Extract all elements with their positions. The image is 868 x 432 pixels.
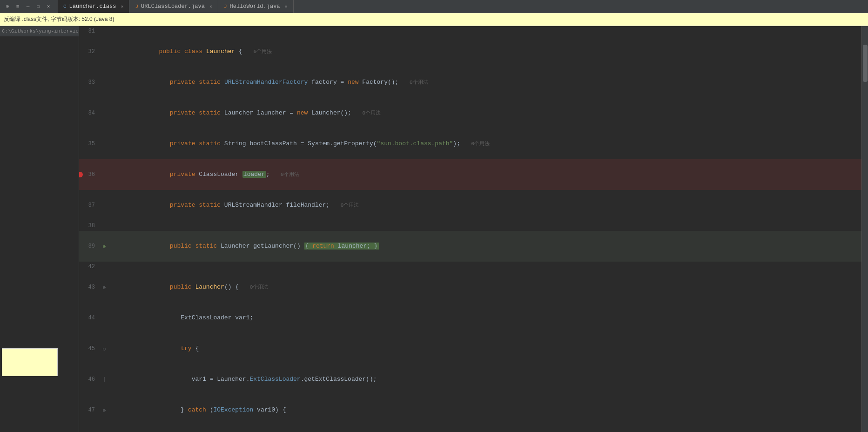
code-36: private ClassLoader loader; 0个用法 bbox=[110, 159, 861, 190]
code-35: private static String bootClassPath = Sy… bbox=[110, 128, 861, 159]
line-38: 38 bbox=[79, 221, 861, 231]
line-number: 33 bbox=[79, 79, 99, 86]
code-45: try { bbox=[110, 333, 861, 364]
tab-urlclassloader[interactable]: J URLClassLoader.java ✕ bbox=[129, 0, 218, 13]
line-35: 35 private static String bootClassPath =… bbox=[79, 128, 861, 159]
line-number: 35 bbox=[79, 141, 99, 147]
tab-close-button[interactable]: ✕ bbox=[209, 4, 212, 9]
class-file-icon: C bbox=[63, 4, 67, 9]
line-45: 45 ⊖ try { bbox=[79, 333, 861, 364]
line-46: 46 | var1 = Launcher.ExtClassLoader.getE… bbox=[79, 364, 861, 395]
line-47: 47 ⊖ } catch (IOException var10) { bbox=[79, 395, 861, 425]
gutter-43: ⊖ bbox=[99, 284, 110, 290]
line-33: 33 private static URLStreamHandlerFactor… bbox=[79, 67, 861, 98]
line-number: 31 bbox=[79, 28, 99, 34]
line-number: 32 bbox=[79, 48, 99, 55]
line-34: 34 private static Launcher launcher = ne… bbox=[79, 98, 861, 128]
code-47: } catch (IOException var10) { bbox=[110, 395, 861, 425]
window-controls[interactable]: ⊙ ≡ — ☐ ✕ bbox=[4, 3, 52, 10]
code-39: public static Launcher getLauncher() { r… bbox=[110, 231, 861, 262]
code-33: private static URLStreamHandlerFactory f… bbox=[110, 67, 861, 98]
line-number: 44 bbox=[79, 315, 99, 321]
title-bar: ⊙ ≡ — ☐ ✕ C Launcher.class ✕ J URLClassL… bbox=[0, 0, 868, 13]
left-panel: C:\GitWorks\yang-interview bbox=[0, 26, 79, 432]
line-31: 31 bbox=[79, 26, 861, 36]
vertical-scrollbar[interactable] bbox=[861, 26, 868, 432]
breakpoint-dot bbox=[79, 172, 83, 177]
line-number: 38 bbox=[79, 223, 99, 229]
line-number: 42 bbox=[79, 263, 99, 270]
tab-bar: C Launcher.class ✕ J URLClassLoader.java… bbox=[58, 0, 294, 13]
line-number: 36 bbox=[79, 171, 99, 178]
line-number: 45 bbox=[79, 345, 99, 352]
editor: C:\GitWorks\yang-interview 31 32 public … bbox=[0, 26, 868, 432]
breadcrumb-text: C:\GitWorks\yang-interview bbox=[2, 28, 79, 34]
info-text: 反编译 .class文件, 字节码版本: 52.0 (Java 8) bbox=[4, 15, 114, 23]
close-icon[interactable]: ✕ bbox=[45, 3, 52, 10]
line-48: 48 | throw new InternalError( message: "… bbox=[79, 425, 861, 432]
line-42: 42 bbox=[79, 262, 861, 272]
code-43: public Launcher() { 0个用法 bbox=[110, 272, 861, 303]
code-32: public class Launcher { 6个用法 bbox=[110, 36, 861, 67]
line-36: 36 private ClassLoader loader; 0个用法 bbox=[79, 159, 861, 190]
lines-container: 31 32 public class Launcher { 6个用法 33 pr… bbox=[79, 26, 861, 432]
line-number: 43 bbox=[79, 284, 99, 290]
code-48: throw new InternalError( message: "Could… bbox=[110, 425, 861, 432]
maximize-icon[interactable]: ☐ bbox=[34, 3, 42, 10]
sticky-note bbox=[2, 348, 58, 376]
line-number: 37 bbox=[79, 202, 99, 209]
code-area[interactable]: 31 32 public class Launcher { 6个用法 33 pr… bbox=[79, 26, 861, 432]
breadcrumb: C:\GitWorks\yang-interview bbox=[0, 26, 79, 36]
line-39: 39 ⊕ public static Launcher getLauncher(… bbox=[79, 231, 861, 262]
menu-icon[interactable]: ⊙ bbox=[4, 3, 11, 10]
code-37: private static URLStreamHandler fileHand… bbox=[110, 190, 861, 221]
line-32: 32 public class Launcher { 6个用法 bbox=[79, 36, 861, 67]
gutter-47: ⊖ bbox=[99, 407, 110, 413]
tab-launcher-class[interactable]: C Launcher.class ✕ bbox=[58, 0, 129, 13]
line-44: 44 ExtClassLoader var1; bbox=[79, 303, 861, 333]
line-number: 47 bbox=[79, 407, 99, 413]
line-number: 39 bbox=[79, 243, 99, 250]
list-icon[interactable]: ≡ bbox=[14, 3, 21, 10]
code-44: ExtClassLoader var1; bbox=[110, 303, 861, 333]
tab-label: Launcher.class bbox=[69, 3, 116, 10]
info-bar: 反编译 .class文件, 字节码版本: 52.0 (Java 8) bbox=[0, 13, 868, 26]
tab-helloworld[interactable]: J HelloWorld.java ✕ bbox=[218, 0, 294, 13]
tab-close-button[interactable]: ✕ bbox=[121, 4, 123, 9]
gutter-46: | bbox=[99, 377, 110, 382]
line-number: 34 bbox=[79, 110, 99, 116]
java-file-icon: J bbox=[224, 4, 227, 9]
line-43: 43 ⊖ public Launcher() { 0个用法 bbox=[79, 272, 861, 303]
gutter-45: ⊖ bbox=[99, 346, 110, 352]
tab-close-button[interactable]: ✕ bbox=[285, 4, 288, 9]
java-file-icon: J bbox=[135, 4, 138, 9]
tab-label: URLClassLoader.java bbox=[141, 3, 205, 10]
code-34: private static Launcher launcher = new L… bbox=[110, 98, 861, 128]
scrollbar-thumb[interactable] bbox=[863, 45, 868, 82]
line-37: 37 private static URLStreamHandler fileH… bbox=[79, 190, 861, 221]
gutter-39: ⊕ bbox=[99, 243, 110, 250]
code-46: var1 = Launcher.ExtClassLoader.getExtCla… bbox=[110, 364, 861, 395]
minimize-icon[interactable]: — bbox=[24, 3, 32, 10]
tab-label: HelloWorld.java bbox=[230, 3, 280, 10]
line-number: 46 bbox=[79, 376, 99, 383]
